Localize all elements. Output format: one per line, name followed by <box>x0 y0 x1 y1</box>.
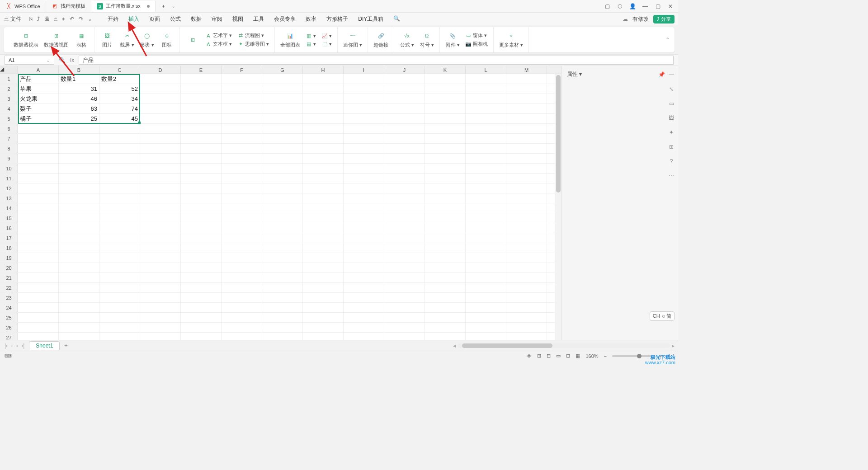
cell[interactable] <box>262 104 303 113</box>
cell[interactable] <box>303 164 344 173</box>
cell[interactable] <box>466 293 506 302</box>
tool-image-icon[interactable]: 🖼 <box>669 115 674 121</box>
cell[interactable] <box>384 223 425 233</box>
cell[interactable] <box>140 233 181 243</box>
cell[interactable] <box>344 273 384 282</box>
row-header[interactable]: 22 <box>0 283 18 292</box>
cell[interactable] <box>506 333 547 340</box>
cell[interactable] <box>140 273 181 282</box>
cell[interactable] <box>425 74 466 84</box>
cell[interactable]: 橘子 <box>18 114 59 123</box>
cell[interactable] <box>181 253 222 263</box>
cell[interactable] <box>222 283 262 292</box>
qa-print-icon[interactable]: 🖶 <box>44 16 50 22</box>
cell[interactable] <box>262 124 303 133</box>
cell[interactable] <box>466 273 506 282</box>
win-box-icon[interactable]: ▢ <box>604 3 610 9</box>
cell[interactable] <box>181 74 222 84</box>
nav-last-icon[interactable]: ›| <box>21 343 24 349</box>
cell[interactable] <box>140 283 181 292</box>
cell[interactable] <box>222 253 262 263</box>
cell[interactable] <box>262 243 303 253</box>
cell[interactable] <box>181 94 222 103</box>
cell[interactable] <box>59 134 99 143</box>
cell[interactable] <box>466 134 506 143</box>
cell[interactable] <box>181 223 222 233</box>
cell[interactable] <box>99 134 140 143</box>
cell[interactable] <box>303 124 344 133</box>
cell[interactable] <box>466 223 506 233</box>
cell[interactable] <box>262 114 303 123</box>
cell[interactable] <box>18 233 59 243</box>
cell[interactable] <box>181 144 222 153</box>
cell[interactable]: 34 <box>99 94 140 103</box>
cell[interactable] <box>466 313 506 322</box>
tab-formula[interactable]: 公式 <box>169 14 182 25</box>
row-header[interactable]: 11 <box>0 174 18 183</box>
cell[interactable] <box>344 263 384 273</box>
cell[interactable] <box>59 213 99 223</box>
cell[interactable] <box>18 203 59 213</box>
cell[interactable] <box>425 253 466 263</box>
cell[interactable] <box>222 333 262 340</box>
cell[interactable] <box>99 193 140 203</box>
cell[interactable] <box>506 243 547 253</box>
cell[interactable] <box>466 124 506 133</box>
row-header[interactable]: 12 <box>0 183 18 193</box>
cell[interactable] <box>59 303 99 312</box>
cell[interactable] <box>384 193 425 203</box>
tab-wps-office[interactable]: ╳ WPS Office <box>0 1 46 12</box>
tab-add[interactable]: ＋⌄ <box>156 1 181 12</box>
textbox-button[interactable]: A文本框 ▾ <box>205 41 232 47</box>
row-header[interactable]: 25 <box>0 313 18 322</box>
cell[interactable] <box>425 174 466 183</box>
zoom-value[interactable]: 160% <box>585 353 598 359</box>
cell[interactable] <box>181 164 222 173</box>
win-cube-icon[interactable]: ⬡ <box>617 3 623 9</box>
cell[interactable] <box>262 273 303 282</box>
row-header[interactable]: 21 <box>0 273 18 282</box>
cell[interactable] <box>384 293 425 302</box>
cell[interactable] <box>303 243 344 253</box>
cell[interactable] <box>262 333 303 340</box>
tab-search-icon[interactable]: 🔍 <box>392 14 401 25</box>
cell[interactable] <box>303 94 344 103</box>
col-F[interactable]: F <box>222 66 262 74</box>
row-header[interactable]: 4 <box>0 104 18 113</box>
cell[interactable] <box>425 94 466 103</box>
cell[interactable] <box>140 193 181 203</box>
cell[interactable] <box>344 134 384 143</box>
cell[interactable] <box>59 144 99 153</box>
cell[interactable] <box>344 124 384 133</box>
cell[interactable] <box>99 233 140 243</box>
cell[interactable] <box>384 84 425 94</box>
cell[interactable] <box>384 203 425 213</box>
cell[interactable] <box>222 104 262 113</box>
cell[interactable] <box>18 293 59 302</box>
tab-tools[interactable]: 工具 <box>252 14 265 25</box>
cell[interactable] <box>506 94 547 103</box>
tab-efficiency[interactable]: 效率 <box>305 14 317 25</box>
cell[interactable] <box>181 183 222 193</box>
cell[interactable] <box>18 164 59 173</box>
cell[interactable]: 数量1 <box>59 74 99 84</box>
cell[interactable] <box>59 183 99 193</box>
cell[interactable] <box>59 164 99 173</box>
cell[interactable] <box>181 323 222 332</box>
cell[interactable] <box>181 313 222 322</box>
cell[interactable] <box>140 213 181 223</box>
cell[interactable] <box>384 124 425 133</box>
cell[interactable] <box>506 154 547 163</box>
cell[interactable] <box>425 164 466 173</box>
tool-ai-icon[interactable]: ✦ <box>669 129 674 136</box>
spreadsheet-grid[interactable]: ◢ A B C D E F G H I J K L M 1产品数量1数量22苹果… <box>0 66 561 340</box>
cell[interactable] <box>99 323 140 332</box>
cell[interactable] <box>384 114 425 123</box>
cell[interactable] <box>18 333 59 340</box>
cell[interactable] <box>344 164 384 173</box>
cell[interactable] <box>506 283 547 292</box>
cell[interactable] <box>466 303 506 312</box>
cell[interactable] <box>344 104 384 113</box>
cell[interactable] <box>18 154 59 163</box>
tab-template[interactable]: ◩ 找稻壳模板 <box>46 1 91 12</box>
